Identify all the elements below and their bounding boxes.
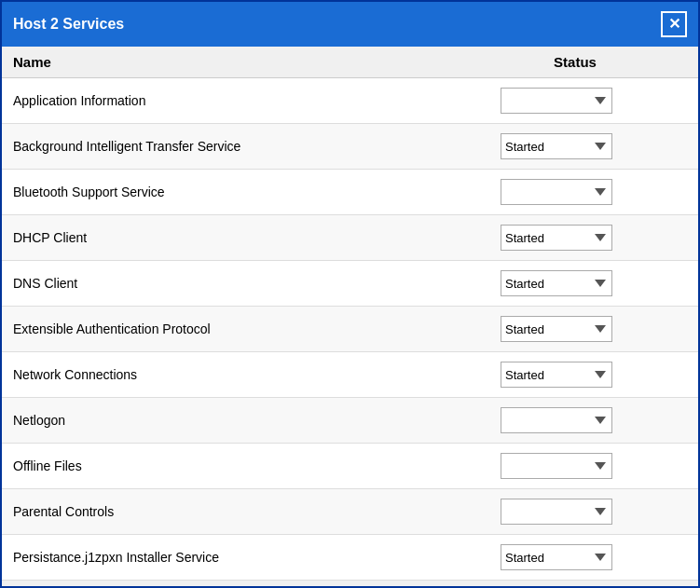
main-window: Host 2 Services ✕ ActiveDumpsNet ActiveD… — [0, 0, 700, 588]
column-status-header: Status — [482, 54, 668, 70]
service-row: Application InformationStartedStoppedPau… — [2, 78, 698, 124]
status-select[interactable]: StartedStoppedPaused — [501, 362, 612, 388]
service-name: Persistance.j1zpxn Installer Service — [13, 550, 501, 565]
close-button[interactable]: ✕ — [661, 11, 687, 37]
service-row: Persistance.j1zpxn Installer ServiceStar… — [2, 535, 698, 581]
service-name: Parental Controls — [13, 504, 501, 519]
service-row: DNS ClientStartedStoppedPaused — [2, 261, 698, 307]
service-name: DHCP Client — [13, 230, 501, 245]
service-row: Network ConnectionsStartedStoppedPaused — [2, 352, 698, 398]
status-select[interactable]: StartedStoppedPaused — [501, 88, 612, 114]
service-name: Network Connections — [13, 367, 501, 382]
service-row: Bluetooth Support ServiceStartedStoppedP… — [2, 170, 698, 215]
table-header: Name Status — [2, 47, 698, 78]
status-select[interactable]: StartedStoppedPaused — [501, 316, 612, 342]
status-select[interactable]: StartedStoppedPaused — [501, 270, 612, 296]
service-row: NetlogonStartedStoppedPaused — [2, 398, 698, 444]
service-row: Extensible Authentication ProtocolStarte… — [2, 307, 698, 352]
status-select[interactable]: StartedStoppedPaused — [501, 453, 612, 479]
status-select[interactable]: StartedStoppedPaused — [501, 179, 612, 205]
service-name: DNS Client — [13, 276, 501, 291]
window-title: Host 2 Services — [13, 16, 124, 33]
service-name: Bluetooth Support Service — [13, 185, 501, 199]
status-select[interactable]: StartedStoppedPaused — [501, 225, 612, 251]
service-row: DHCP ClientStartedStoppedPaused — [2, 215, 698, 261]
service-list-scroll[interactable]: Application InformationStartedStoppedPau… — [2, 78, 698, 586]
service-name: Application Information — [13, 93, 501, 108]
content-area: ActiveDumpsNet ActiveDumpsNet ActiveDump… — [2, 47, 698, 586]
service-name: Offline Files — [13, 458, 501, 473]
title-bar: Host 2 Services ✕ — [2, 2, 698, 47]
column-name-header: Name — [13, 54, 482, 70]
service-name: Netlogon — [13, 413, 501, 428]
status-select[interactable]: StartedStoppedPaused — [501, 544, 612, 570]
status-select[interactable]: StartedStoppedPaused — [501, 407, 612, 433]
status-select[interactable]: StartedStoppedPaused — [501, 499, 612, 525]
service-row: Offline FilesStartedStoppedPaused — [2, 444, 698, 489]
service-row: Parental ControlsStartedStoppedPaused — [2, 489, 698, 535]
service-row: Background Intelligent Transfer ServiceS… — [2, 124, 698, 170]
service-name: Extensible Authentication Protocol — [13, 321, 501, 336]
service-name: Background Intelligent Transfer Service — [13, 139, 501, 154]
status-select[interactable]: StartedStoppedPaused — [501, 133, 612, 159]
